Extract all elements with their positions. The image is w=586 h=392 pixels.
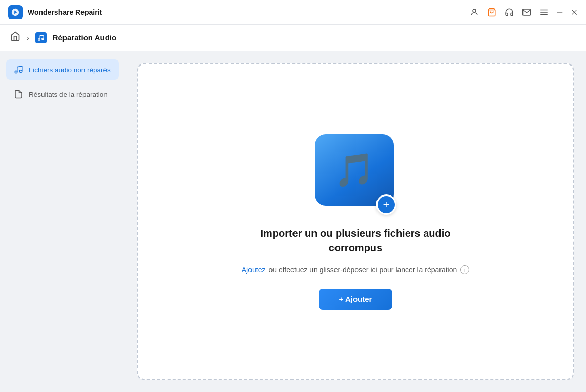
svg-point-1: [473, 9, 476, 12]
sidebar-item-label-results: Résultats de la réparation: [29, 91, 108, 98]
add-badge: +: [376, 194, 396, 215]
add-button[interactable]: + Ajouter: [319, 289, 393, 310]
info-icon[interactable]: i: [460, 265, 469, 274]
headset-icon[interactable]: [504, 7, 514, 17]
menu-icon[interactable]: [539, 7, 549, 17]
svg-point-12: [19, 70, 22, 73]
audio-repair-nav-icon: [35, 32, 47, 43]
dropzone-title: Importer un ou plusieurs fichiers audio …: [260, 226, 450, 255]
results-icon: [13, 89, 24, 99]
cart-icon[interactable]: [487, 7, 497, 17]
sidebar-item-unrepaired[interactable]: Fichiers audio non réparés: [6, 59, 119, 80]
add-link-text: Ajoutez: [242, 266, 266, 274]
home-button[interactable]: [10, 31, 20, 44]
app-title: Wondershare Repairit: [28, 8, 469, 16]
add-badge-inner: +: [378, 196, 395, 213]
user-icon[interactable]: [469, 7, 479, 17]
navbar: › Réparation Audio: [0, 25, 586, 51]
dropzone-subtitle-rest: ou effectuez un glisser-déposer ici pour…: [268, 266, 457, 274]
close-button[interactable]: [571, 9, 578, 16]
titlebar: Wondershare Repairit: [0, 0, 586, 25]
app-logo: [8, 5, 23, 19]
music-note-icon: 🎵: [334, 154, 375, 186]
content-area: 🎵 + Importer un ou plusieurs fichiers au…: [125, 51, 586, 392]
page-title: Réparation Audio: [53, 33, 116, 42]
main-area: Fichiers audio non réparés Résultats de …: [0, 51, 586, 392]
svg-point-10: [41, 38, 44, 40]
titlebar-actions: [469, 7, 578, 17]
sidebar-item-label-unrepaired: Fichiers audio non réparés: [29, 66, 111, 74]
svg-point-9: [38, 38, 40, 40]
audio-icon-wrapper: 🎵 +: [315, 134, 396, 216]
minimize-button[interactable]: [556, 9, 563, 16]
mail-icon[interactable]: [521, 7, 532, 17]
breadcrumb-separator: ›: [27, 34, 29, 42]
sidebar-item-results[interactable]: Résultats de la réparation: [6, 84, 119, 104]
svg-point-11: [15, 71, 17, 73]
dropzone[interactable]: 🎵 + Importer un ou plusieurs fichiers au…: [137, 63, 574, 380]
dropzone-subtitle: Ajoutez ou effectuez un glisser-déposer …: [242, 265, 470, 274]
sidebar: Fichiers audio non réparés Résultats de …: [0, 51, 125, 392]
unrepaired-icon: [13, 64, 24, 75]
